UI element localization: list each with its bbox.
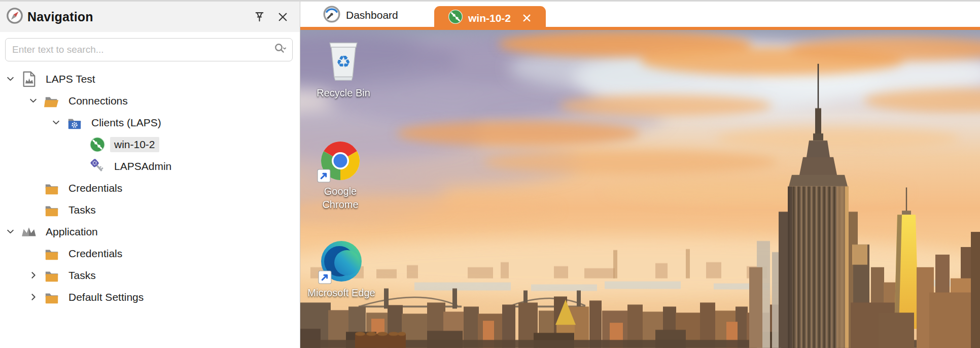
chevron-down-icon[interactable] xyxy=(50,117,62,129)
folder-closed-icon xyxy=(43,180,60,197)
desktop-icon-label: Microsoft Edge xyxy=(307,286,375,299)
folder-closed-icon xyxy=(43,201,60,219)
desktop-icons: ♻Recycle Bin Google Chrome Microsoft Edg… xyxy=(300,30,980,348)
close-icon[interactable] xyxy=(274,9,291,25)
navigation-panel: Navigation xyxy=(0,2,300,348)
tree-item-laps-test[interactable]: LAPS Test xyxy=(0,68,300,90)
expander-spacer xyxy=(73,160,85,172)
google-chrome-icon xyxy=(316,133,365,182)
dashboard-gauge-icon xyxy=(323,5,341,26)
recycle-bin-icon: ♻ xyxy=(319,35,368,84)
tab-win-10-2[interactable]: win-10-2 xyxy=(434,6,546,30)
search-area xyxy=(0,32,300,61)
tree-item-label: LAPSAdmin xyxy=(110,159,176,174)
tree-item-label: Credentials xyxy=(64,246,126,261)
folder-closed-icon xyxy=(43,289,60,306)
crown-icon xyxy=(20,223,38,240)
desktop-icon-label: Google Chrome xyxy=(306,185,374,212)
shortcut-arrow-icon xyxy=(318,270,332,284)
navigation-tree: LAPS Test Connections Clients (LAPS) win… xyxy=(0,68,300,348)
tree-item-credentials[interactable]: Credentials xyxy=(0,177,300,199)
search-icon[interactable] xyxy=(273,42,287,58)
search-box xyxy=(5,38,293,61)
tree-item-clients-laps[interactable]: Clients (LAPS) xyxy=(0,112,300,133)
microsoft-edge-icon xyxy=(317,235,366,284)
tree-item-tasks[interactable]: Tasks xyxy=(0,264,300,286)
tab-label: Dashboard xyxy=(346,9,398,21)
desktop-icon-microsoft-edge[interactable]: Microsoft Edge xyxy=(307,235,375,299)
chevron-down-icon[interactable] xyxy=(4,226,16,238)
navigation-header: Navigation xyxy=(0,2,300,32)
expander-spacer xyxy=(27,204,39,216)
tree-item-application[interactable]: Application xyxy=(0,221,300,242)
chevron-right-icon[interactable] xyxy=(27,291,39,303)
search-input[interactable] xyxy=(12,44,273,55)
expander-spacer xyxy=(27,182,39,194)
folder-closed-icon xyxy=(43,245,60,262)
tree-item-connections[interactable]: Connections xyxy=(0,90,300,112)
key-icon xyxy=(89,158,106,175)
remote-desktop-view: ♻Recycle Bin Google Chrome Microsoft Edg… xyxy=(300,30,980,348)
tree-item-label: Connections xyxy=(64,93,132,109)
folder-closed-icon xyxy=(43,267,60,284)
tree-item-label: Application xyxy=(42,224,102,239)
tree-item-default-settings[interactable]: Default Settings xyxy=(0,286,300,308)
tree-item-label: win-10-2 xyxy=(110,137,159,152)
expander-spacer xyxy=(73,138,85,151)
chevron-right-icon[interactable] xyxy=(27,269,39,282)
compass-icon xyxy=(6,7,23,26)
rdp-connection-icon xyxy=(89,136,106,153)
tree-item-win-10-2[interactable]: win-10-2 xyxy=(0,133,300,155)
tree-item-label: Credentials xyxy=(64,181,126,196)
tab-dashboard[interactable]: Dashboard xyxy=(318,4,403,27)
rdp-connection-icon xyxy=(448,9,463,27)
folder-smart-icon xyxy=(66,114,83,131)
desktop-icon-recycle-bin[interactable]: ♻Recycle Bin xyxy=(309,35,377,99)
desktop-icon-google-chrome[interactable]: Google Chrome xyxy=(306,133,374,212)
tree-item-tasks[interactable]: Tasks xyxy=(0,199,300,221)
tree-item-label: Tasks xyxy=(64,268,100,283)
chevron-down-icon[interactable] xyxy=(4,73,16,85)
tree-item-label: Tasks xyxy=(64,202,100,218)
royal-ts-window: Navigation xyxy=(0,0,980,348)
pin-icon[interactable] xyxy=(251,9,267,25)
shortcut-arrow-icon xyxy=(317,169,331,183)
panel-title: Navigation xyxy=(27,10,93,24)
tree-item-credentials[interactable]: Credentials xyxy=(0,242,300,264)
folder-open-icon xyxy=(43,92,60,110)
tree-item-label: Default Settings xyxy=(64,290,148,305)
expander-spacer xyxy=(27,248,39,260)
tab-bar: Dashboard win-10-2 xyxy=(300,2,980,30)
tree-item-label: Clients (LAPS) xyxy=(87,115,165,130)
svg-text:♻: ♻ xyxy=(336,52,351,72)
tree-item-label: LAPS Test xyxy=(42,72,99,87)
document-crown-icon xyxy=(20,71,38,88)
content-area: Dashboard win-10-2 xyxy=(300,2,980,348)
desktop-icon-label: Recycle Bin xyxy=(317,86,370,99)
chevron-down-icon[interactable] xyxy=(27,95,39,107)
close-tab-icon[interactable] xyxy=(521,13,532,24)
tab-label: win-10-2 xyxy=(468,12,511,24)
tree-item-lapsadmin[interactable]: LAPSAdmin xyxy=(0,155,300,177)
